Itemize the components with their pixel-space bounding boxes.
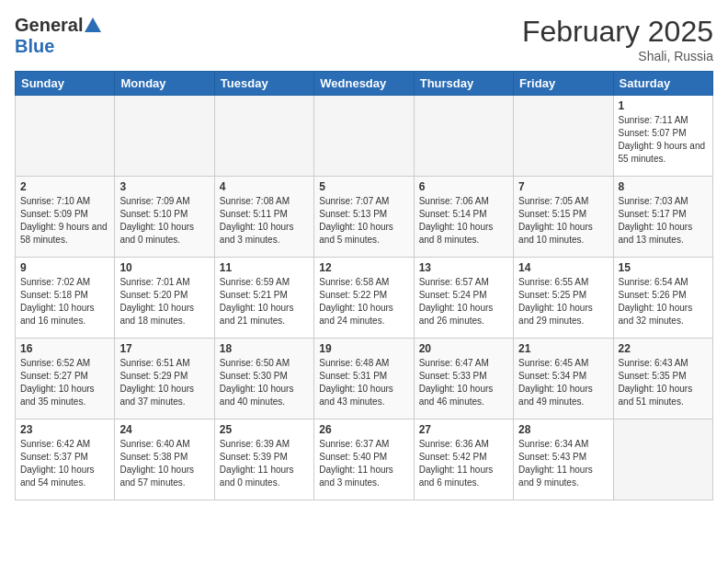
calendar-day-cell: 18Sunrise: 6:50 AM Sunset: 5:30 PM Dayli…	[214, 339, 313, 419]
calendar-day-cell: 4Sunrise: 7:08 AM Sunset: 5:11 PM Daylig…	[214, 177, 313, 258]
day-info: Sunrise: 6:37 AM Sunset: 5:40 PM Dayligh…	[319, 438, 408, 489]
day-info: Sunrise: 6:48 AM Sunset: 5:31 PM Dayligh…	[319, 357, 408, 408]
calendar-day-cell: 26Sunrise: 6:37 AM Sunset: 5:40 PM Dayli…	[314, 419, 414, 500]
day-number: 10	[119, 261, 209, 274]
day-number: 19	[319, 342, 408, 355]
day-number: 11	[220, 261, 309, 274]
day-info: Sunrise: 6:55 AM Sunset: 5:25 PM Dayligh…	[518, 276, 608, 327]
calendar-day-cell: 10Sunrise: 7:01 AM Sunset: 5:20 PM Dayli…	[115, 258, 214, 339]
weekday-header-tuesday: Tuesday	[214, 72, 313, 96]
day-info: Sunrise: 6:59 AM Sunset: 5:21 PM Dayligh…	[220, 276, 309, 327]
calendar-day-cell: 5Sunrise: 7:07 AM Sunset: 5:13 PM Daylig…	[314, 177, 414, 258]
day-info: Sunrise: 6:42 AM Sunset: 5:37 PM Dayligh…	[20, 438, 109, 489]
calendar-day-cell: 9Sunrise: 7:02 AM Sunset: 5:18 PM Daylig…	[16, 258, 115, 339]
day-info: Sunrise: 7:03 AM Sunset: 5:17 PM Dayligh…	[619, 195, 708, 247]
calendar-day-cell	[115, 96, 214, 177]
calendar-week-row: 2Sunrise: 7:10 AM Sunset: 5:09 PM Daylig…	[16, 177, 713, 258]
calendar-day-cell	[514, 96, 613, 177]
month-title: February 2025	[522, 15, 713, 49]
calendar-day-cell	[16, 96, 115, 177]
calendar-day-cell: 25Sunrise: 6:39 AM Sunset: 5:39 PM Dayli…	[214, 419, 313, 500]
day-info: Sunrise: 7:09 AM Sunset: 5:10 PM Dayligh…	[119, 195, 209, 247]
day-info: Sunrise: 6:39 AM Sunset: 5:39 PM Dayligh…	[220, 438, 309, 489]
logo: General Blue	[15, 15, 101, 57]
calendar-day-cell: 1Sunrise: 7:11 AM Sunset: 5:07 PM Daylig…	[613, 96, 712, 177]
day-number: 7	[518, 180, 608, 193]
day-info: Sunrise: 7:05 AM Sunset: 5:15 PM Dayligh…	[518, 195, 608, 247]
calendar-day-cell: 12Sunrise: 6:58 AM Sunset: 5:22 PM Dayli…	[314, 258, 414, 339]
calendar-day-cell: 8Sunrise: 7:03 AM Sunset: 5:17 PM Daylig…	[613, 177, 712, 258]
calendar-day-cell: 2Sunrise: 7:10 AM Sunset: 5:09 PM Daylig…	[16, 177, 115, 258]
calendar-day-cell	[414, 96, 513, 177]
page-header: General Blue February 2025 Shali, Russia	[15, 15, 713, 63]
day-number: 17	[119, 342, 209, 355]
day-info: Sunrise: 6:57 AM Sunset: 5:24 PM Dayligh…	[419, 276, 508, 327]
day-info: Sunrise: 6:34 AM Sunset: 5:43 PM Dayligh…	[518, 438, 608, 489]
day-info: Sunrise: 6:52 AM Sunset: 5:27 PM Dayligh…	[20, 357, 109, 408]
calendar-day-cell: 14Sunrise: 6:55 AM Sunset: 5:25 PM Dayli…	[514, 258, 613, 339]
weekday-header-wednesday: Wednesday	[314, 72, 414, 96]
day-number: 27	[419, 423, 508, 436]
calendar-week-row: 9Sunrise: 7:02 AM Sunset: 5:18 PM Daylig…	[16, 258, 713, 339]
day-info: Sunrise: 6:50 AM Sunset: 5:30 PM Dayligh…	[220, 357, 309, 408]
calendar-day-cell: 28Sunrise: 6:34 AM Sunset: 5:43 PM Dayli…	[514, 419, 613, 500]
day-info: Sunrise: 7:08 AM Sunset: 5:11 PM Dayligh…	[220, 195, 309, 247]
day-number: 13	[419, 261, 508, 274]
day-number: 25	[220, 423, 309, 436]
calendar-day-cell: 16Sunrise: 6:52 AM Sunset: 5:27 PM Dayli…	[16, 339, 115, 419]
calendar-day-cell: 15Sunrise: 6:54 AM Sunset: 5:26 PM Dayli…	[613, 258, 712, 339]
weekday-header-monday: Monday	[115, 72, 214, 96]
calendar-week-row: 1Sunrise: 7:11 AM Sunset: 5:07 PM Daylig…	[16, 96, 713, 177]
calendar-day-cell: 22Sunrise: 6:43 AM Sunset: 5:35 PM Dayli…	[613, 339, 712, 419]
day-number: 9	[20, 261, 109, 274]
day-info: Sunrise: 7:11 AM Sunset: 5:07 PM Dayligh…	[619, 114, 708, 166]
day-number: 4	[220, 180, 309, 193]
day-number: 8	[619, 180, 708, 193]
day-info: Sunrise: 6:45 AM Sunset: 5:34 PM Dayligh…	[518, 357, 608, 408]
calendar-day-cell: 11Sunrise: 6:59 AM Sunset: 5:21 PM Dayli…	[214, 258, 313, 339]
day-number: 1	[619, 99, 708, 112]
calendar-table: SundayMondayTuesdayWednesdayThursdayFrid…	[15, 71, 713, 500]
day-number: 3	[119, 180, 209, 193]
calendar-day-cell: 3Sunrise: 7:09 AM Sunset: 5:10 PM Daylig…	[115, 177, 214, 258]
calendar-day-cell: 21Sunrise: 6:45 AM Sunset: 5:34 PM Dayli…	[514, 339, 613, 419]
day-info: Sunrise: 6:54 AM Sunset: 5:26 PM Dayligh…	[619, 276, 708, 327]
title-block: February 2025 Shali, Russia	[522, 15, 713, 63]
day-number: 18	[220, 342, 309, 355]
day-number: 12	[319, 261, 408, 274]
day-info: Sunrise: 7:06 AM Sunset: 5:14 PM Dayligh…	[419, 195, 508, 247]
logo-triangle-icon	[85, 17, 101, 32]
day-info: Sunrise: 6:47 AM Sunset: 5:33 PM Dayligh…	[419, 357, 508, 408]
calendar-day-cell	[314, 96, 414, 177]
calendar-day-cell: 13Sunrise: 6:57 AM Sunset: 5:24 PM Dayli…	[414, 258, 513, 339]
day-number: 5	[319, 180, 408, 193]
day-info: Sunrise: 6:51 AM Sunset: 5:29 PM Dayligh…	[119, 357, 209, 408]
calendar-day-cell: 24Sunrise: 6:40 AM Sunset: 5:38 PM Dayli…	[115, 419, 214, 500]
day-number: 23	[20, 423, 109, 436]
calendar-day-cell: 23Sunrise: 6:42 AM Sunset: 5:37 PM Dayli…	[16, 419, 115, 500]
weekday-header-friday: Friday	[514, 72, 613, 96]
day-number: 15	[619, 261, 708, 274]
day-info: Sunrise: 7:10 AM Sunset: 5:09 PM Dayligh…	[20, 195, 109, 247]
day-number: 26	[319, 423, 408, 436]
day-number: 20	[419, 342, 508, 355]
calendar-day-cell: 20Sunrise: 6:47 AM Sunset: 5:33 PM Dayli…	[414, 339, 513, 419]
day-info: Sunrise: 6:36 AM Sunset: 5:42 PM Dayligh…	[419, 438, 508, 489]
weekday-header-row: SundayMondayTuesdayWednesdayThursdayFrid…	[16, 72, 713, 96]
day-info: Sunrise: 7:02 AM Sunset: 5:18 PM Dayligh…	[20, 276, 109, 327]
calendar-day-cell: 6Sunrise: 7:06 AM Sunset: 5:14 PM Daylig…	[414, 177, 513, 258]
location: Shali, Russia	[522, 49, 713, 63]
calendar-day-cell: 7Sunrise: 7:05 AM Sunset: 5:15 PM Daylig…	[514, 177, 613, 258]
day-number: 6	[419, 180, 508, 193]
day-number: 14	[518, 261, 608, 274]
day-info: Sunrise: 6:43 AM Sunset: 5:35 PM Dayligh…	[619, 357, 708, 408]
day-info: Sunrise: 6:58 AM Sunset: 5:22 PM Dayligh…	[319, 276, 408, 327]
day-info: Sunrise: 7:07 AM Sunset: 5:13 PM Dayligh…	[319, 195, 408, 247]
logo-blue: Blue	[15, 36, 54, 57]
day-info: Sunrise: 6:40 AM Sunset: 5:38 PM Dayligh…	[119, 438, 209, 489]
weekday-header-saturday: Saturday	[613, 72, 712, 96]
weekday-header-thursday: Thursday	[414, 72, 513, 96]
day-number: 2	[20, 180, 109, 193]
calendar-day-cell	[214, 96, 313, 177]
weekday-header-sunday: Sunday	[16, 72, 115, 96]
